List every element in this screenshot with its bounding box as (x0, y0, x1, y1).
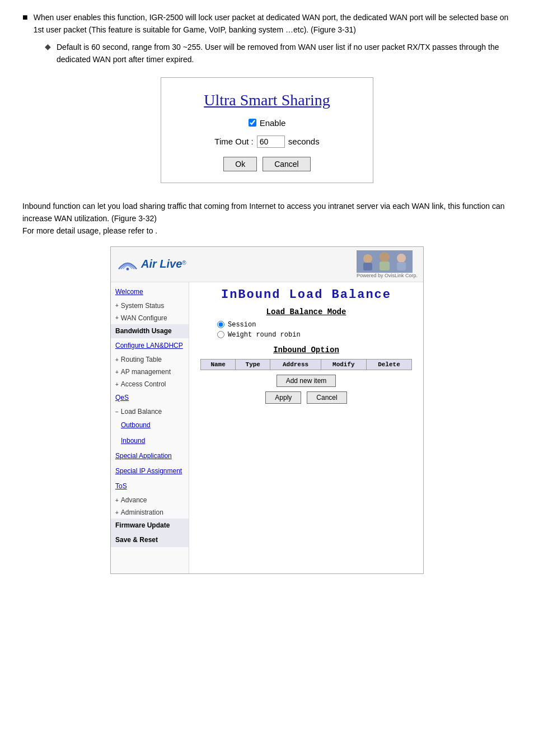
cancel-button[interactable]: Cancel (307, 391, 346, 404)
uss-timeout-label: Time Out : (214, 137, 253, 146)
uss-enable-label: Enable (260, 118, 286, 128)
inbound-title: InBound Load Balance (200, 288, 412, 302)
sidebar-item-wan-configure[interactable]: + WAN Configure (111, 312, 189, 324)
sidebar-label-save-reset: Save & Reset (115, 536, 158, 544)
table-col-modify: Modify (321, 359, 366, 370)
table-col-name: Name (201, 359, 236, 370)
sidebar-link-inbound[interactable]: Inbound (121, 437, 145, 445)
inbound-table: Name Type Address Modify Delete (200, 359, 412, 370)
uss-box: Ultra Smart Sharing Enable Time Out : se… (161, 77, 373, 183)
router-panel: Air Live® Powered by OvisLink Corp. (110, 246, 424, 574)
uss-timeout-input[interactable] (257, 136, 285, 148)
sidebar-link-qos[interactable]: QeS (115, 394, 129, 402)
sidebar-label-wan-configure: WAN Configure (121, 314, 167, 322)
sidebar-item-outbound[interactable]: Outbound (111, 418, 189, 433)
inbound-desc-line1: Inbound function can let you load sharin… (22, 200, 512, 225)
bullet-diamond-icon: ◆ (45, 42, 51, 51)
sidebar-label-firmware-update: Firmware Update (115, 521, 170, 529)
add-new-item-button[interactable]: Add new item (277, 375, 336, 387)
sidebar-link-outbound[interactable]: Outbound (121, 421, 151, 429)
sidebar-item-access-control[interactable]: + Access Control (111, 378, 189, 390)
sidebar-item-inbound[interactable]: Inbound (111, 433, 189, 449)
sidebar-link-special-application[interactable]: Special Application (115, 452, 172, 460)
sidebar-expand-icon: + (115, 302, 119, 309)
uss-ok-button[interactable]: Ok (223, 157, 257, 171)
powered-text: Powered by OvisLink Corp. (357, 273, 418, 278)
sidebar-item-special-ip-assignment[interactable]: Special IP Assignment (111, 464, 189, 479)
uss-enable-checkbox[interactable] (249, 119, 256, 127)
sidebar-item-system-status[interactable]: + System Status (111, 300, 189, 312)
uss-title: Ultra Smart Sharing (195, 91, 339, 109)
airlive-logo-icon (116, 256, 139, 272)
sidebar-label-access-control: Access Control (121, 380, 166, 388)
bullet-square-icon: ■ (22, 12, 28, 22)
uss-timeout-unit: seconds (288, 137, 320, 146)
sidebar-item-special-application[interactable]: Special Application (111, 449, 189, 464)
sidebar-label-load-balance: Load Balance (121, 408, 162, 416)
sidebar-item-ap-management[interactable]: + AP management (111, 366, 189, 378)
sidebar-item-bandwidth-usage[interactable]: Bandwidth Usage (111, 324, 189, 338)
router-header: Air Live® Powered by OvisLink Corp. (111, 247, 423, 282)
sidebar: Welcome + System Status + WAN Configure … (111, 282, 189, 573)
airlive-logo-text: Air Live (141, 258, 182, 270)
sidebar-item-routing-table[interactable]: + Routing Table (111, 353, 189, 366)
sidebar-expand-icon6: − (115, 409, 119, 415)
sidebar-item-welcome[interactable]: Welcome (111, 284, 189, 300)
sidebar-item-qos[interactable]: QeS (111, 390, 189, 405)
sidebar-item-administration[interactable]: + Administration (111, 506, 189, 519)
radio-weight[interactable] (217, 331, 224, 338)
sidebar-expand-icon4: + (115, 369, 119, 375)
sidebar-item-save-reset[interactable]: Save & Reset (111, 533, 189, 547)
svg-point-4 (380, 252, 390, 262)
uss-cancel-button[interactable]: Cancel (263, 157, 311, 171)
table-col-delete: Delete (366, 359, 411, 370)
radio-session[interactable] (217, 321, 224, 328)
table-col-type: Type (236, 359, 270, 370)
sidebar-link-configure-lan-dhcp[interactable]: Configure LAN&DHCP (115, 342, 183, 349)
bullet-main-text: When user enables this function, IGR-250… (34, 11, 512, 36)
svg-rect-7 (397, 262, 406, 270)
svg-point-0 (127, 268, 129, 270)
sidebar-link-special-ip-assignment[interactable]: Special IP Assignment (115, 467, 182, 475)
bullet-sub-text: Default is 60 second, range from 30 ~255… (57, 41, 512, 66)
apply-button[interactable]: Apply (265, 391, 301, 404)
sidebar-link-welcome[interactable]: Welcome (115, 288, 143, 296)
sidebar-item-load-balance[interactable]: − Load Balance (111, 405, 189, 418)
sidebar-label-advance: Advance (121, 496, 147, 504)
sidebar-expand-icon2: + (115, 315, 119, 321)
sidebar-expand-icon7: + (115, 497, 119, 503)
sidebar-link-tos[interactable]: ToS (115, 482, 127, 490)
svg-rect-5 (380, 262, 390, 270)
sidebar-item-tos[interactable]: ToS (111, 479, 189, 494)
router-main-content: InBound Load Balance Load Balance Mode S… (189, 282, 423, 573)
uss-container: Ultra Smart Sharing Enable Time Out : se… (22, 77, 512, 183)
sidebar-label-ap-management: AP management (121, 368, 171, 376)
sidebar-label-administration: Administration (121, 508, 163, 516)
svg-point-2 (363, 254, 372, 263)
sidebar-label-system-status: System Status (121, 302, 164, 310)
inbound-option-label: Inbound Option (200, 346, 412, 354)
sidebar-expand-icon8: + (115, 510, 119, 516)
airlive-logo: Air Live® (116, 256, 186, 272)
sidebar-item-configure-lan-dhcp[interactable]: Configure LAN&DHCP (111, 338, 189, 353)
sidebar-item-firmware-update[interactable]: Firmware Update (111, 519, 189, 533)
radio-weight-label: Weight round robin (228, 331, 301, 339)
load-balance-mode-options: Session Weight round robin (200, 321, 412, 339)
sidebar-label-bandwidth-usage: Bandwidth Usage (115, 327, 172, 335)
svg-point-6 (397, 254, 406, 263)
radio-session-label: Session (228, 321, 256, 329)
header-photo (357, 250, 413, 273)
svg-rect-3 (363, 263, 372, 270)
table-col-address: Address (270, 359, 321, 370)
sidebar-expand-icon3: + (115, 357, 119, 363)
sidebar-expand-icon5: + (115, 381, 119, 388)
sidebar-item-advance[interactable]: + Advance (111, 494, 189, 506)
load-balance-mode-label: Load Balance Mode (200, 307, 412, 316)
inbound-desc-line2: For more detail usage, please refer to . (22, 225, 512, 237)
sidebar-label-routing-table: Routing Table (121, 356, 162, 363)
